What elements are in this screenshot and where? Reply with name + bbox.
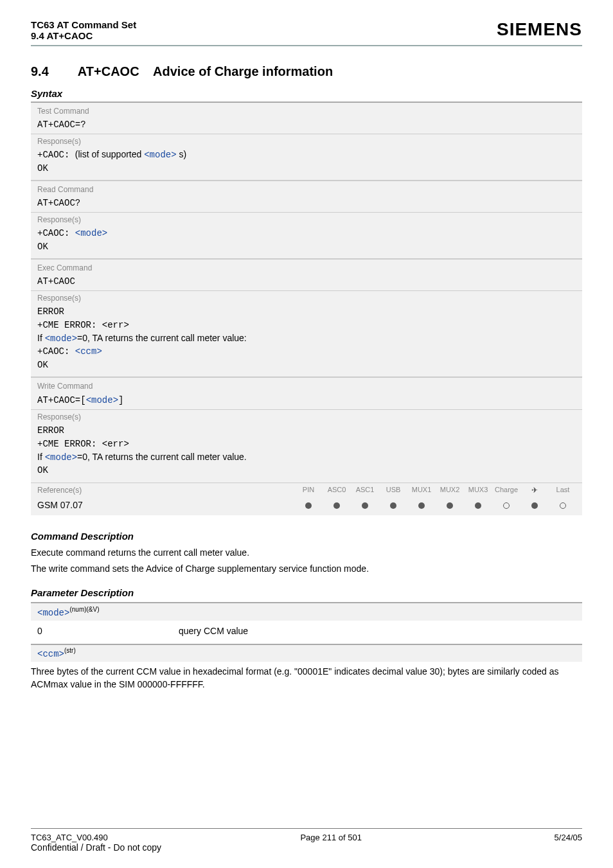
footer-row-1: TC63_ATC_V00.490 Page 211 of 501 5/24/05	[31, 833, 582, 842]
footer-right: 5/24/05	[555, 833, 582, 842]
ccm-param-text: <ccm>	[37, 649, 64, 659]
test-responses-label: Response(s)	[31, 134, 582, 147]
page-header: TC63 AT Command Set 9.4 AT+CAOC SIEMENS	[31, 19, 582, 41]
reference-name: GSM 07.07	[37, 500, 294, 510]
mode-param-name[interactable]: <mode>(num)(&V)	[37, 608, 100, 618]
reference-header-row: Reference(s) PIN ASC0 ASC1 USB MUX1 MUX2…	[31, 483, 582, 496]
ccm-param-name[interactable]: <ccm>(str)	[37, 649, 76, 659]
write-ok: OK	[37, 465, 48, 475]
footer-center: Page 211 of 501	[300, 833, 361, 842]
exec-error: ERROR	[37, 306, 64, 317]
dot-filled-icon	[418, 502, 425, 509]
exec-ok: OK	[37, 360, 48, 370]
section-title-text: Advice of Charge information	[153, 64, 333, 78]
mode-param-link[interactable]: <mode>	[86, 395, 118, 405]
read-ok: OK	[37, 242, 48, 252]
ref-col: Last	[549, 486, 577, 495]
reference-data-row: GSM 07.07	[31, 496, 582, 515]
mode-param-link[interactable]: <mode>	[144, 150, 176, 160]
reference-dots	[294, 500, 577, 510]
mode-param-link[interactable]: <mode>	[45, 333, 77, 344]
mode-value: 0	[37, 626, 179, 636]
ref-col: MUX3	[464, 486, 492, 495]
test-resp-prefix: +CAOC:	[37, 150, 75, 160]
exec-if-post: =0, TA returns the current call meter va…	[77, 333, 247, 343]
support-dot	[549, 500, 577, 510]
dot-filled-icon	[447, 502, 453, 509]
references-label: Reference(s)	[37, 486, 294, 495]
dot-filled-icon	[531, 502, 538, 509]
reference-columns: PIN ASC0 ASC1 USB MUX1 MUX2 MUX3 Charge …	[294, 486, 577, 495]
ccm-desc: Three bytes of the current CCM value in …	[31, 662, 582, 691]
airplane-icon: ✈	[520, 486, 549, 495]
mode-param-link[interactable]: <mode>	[45, 452, 77, 463]
mode-param-sup: (num)(&V)	[69, 606, 99, 613]
mode-param-text: <mode>	[37, 608, 69, 618]
ref-col: ASC0	[323, 486, 351, 495]
desc-p2: The write command sets the Advice of Cha…	[31, 563, 582, 576]
mode-param-link[interactable]: <mode>	[75, 228, 107, 238]
exec-responses-label: Response(s)	[31, 290, 582, 304]
desc-p1: Execute command returns the current call…	[31, 547, 582, 560]
dot-empty-icon	[560, 502, 566, 509]
ccm-param-link[interactable]: <ccm>	[75, 346, 102, 357]
read-command-label: Read Command	[31, 180, 582, 197]
test-resp-suffix: s)	[179, 149, 187, 159]
support-dot	[379, 500, 407, 510]
write-response: ERROR +CME ERROR: <err> If <mode>=0, TA …	[31, 423, 582, 482]
ref-col: PIN	[294, 486, 323, 495]
param-mode-row: 0 query CCM value	[31, 621, 582, 641]
support-dot	[436, 500, 464, 510]
support-dot	[294, 500, 323, 510]
page-footer: TC63_ATC_V00.490 Page 211 of 501 5/24/05…	[31, 828, 582, 853]
test-ok: OK	[37, 163, 48, 173]
section-number: 9.4	[31, 64, 75, 79]
exec-command: AT+CAOC	[31, 275, 582, 290]
support-dot	[323, 500, 351, 510]
dot-empty-icon	[503, 502, 510, 509]
test-command: AT+CAOC=?	[31, 118, 582, 134]
write-responses-label: Response(s)	[31, 409, 582, 423]
write-command-label: Write Command	[31, 376, 582, 393]
support-dot	[351, 500, 379, 510]
read-responses-label: Response(s)	[31, 212, 582, 226]
header-rule	[31, 45, 582, 46]
support-dot	[464, 500, 492, 510]
ref-col: Charge	[492, 486, 520, 495]
dot-filled-icon	[333, 502, 340, 509]
read-response: +CAOC: <mode> OK	[31, 226, 582, 258]
exec-command-label: Exec Command	[31, 258, 582, 275]
parameter-description-label: Parameter Description	[31, 587, 582, 598]
section-heading: 9.4 AT+CAOC Advice of Charge information	[31, 64, 582, 79]
exec-if-pre: If	[37, 333, 45, 343]
write-if-pre: If	[37, 452, 45, 462]
header-left: TC63 AT Command Set 9.4 AT+CAOC	[31, 19, 136, 41]
mode-desc: query CCM value	[179, 626, 248, 636]
test-command-label: Test Command	[31, 103, 582, 118]
dot-filled-icon	[362, 502, 368, 509]
doc-title: TC63 AT Command Set	[31, 19, 136, 30]
read-resp-prefix: +CAOC:	[37, 228, 75, 238]
support-dot	[492, 500, 520, 510]
write-if-post: =0, TA returns the current call meter va…	[77, 452, 247, 462]
ref-col: USB	[379, 486, 407, 495]
ref-col: ASC1	[351, 486, 379, 495]
exec-response: ERROR +CME ERROR: <err> If <mode>=0, TA …	[31, 304, 582, 376]
footer-rule	[31, 828, 582, 829]
ref-col: MUX1	[407, 486, 436, 495]
dot-filled-icon	[390, 502, 396, 509]
write-cmd-prefix: AT+CAOC=[	[37, 395, 86, 405]
write-cme: +CME ERROR: <err>	[37, 439, 129, 449]
footer-conf: Confidential / Draft - Do not copy	[31, 842, 582, 853]
param-mode-box: <mode>(num)(&V)	[31, 602, 582, 621]
syntax-box: Test Command AT+CAOC=? Response(s) +CAOC…	[31, 102, 582, 515]
dot-filled-icon	[305, 502, 312, 509]
write-error: ERROR	[37, 425, 64, 436]
write-cmd-suffix: ]	[118, 395, 123, 405]
test-response: +CAOC: (list of supported <mode> s) OK	[31, 147, 582, 180]
write-command: AT+CAOC=[<mode>]	[31, 393, 582, 409]
ccm-param-sup: (str)	[64, 648, 76, 655]
read-command: AT+CAOC?	[31, 197, 582, 212]
syntax-label: Syntax	[31, 88, 582, 99]
ref-col: MUX2	[436, 486, 464, 495]
